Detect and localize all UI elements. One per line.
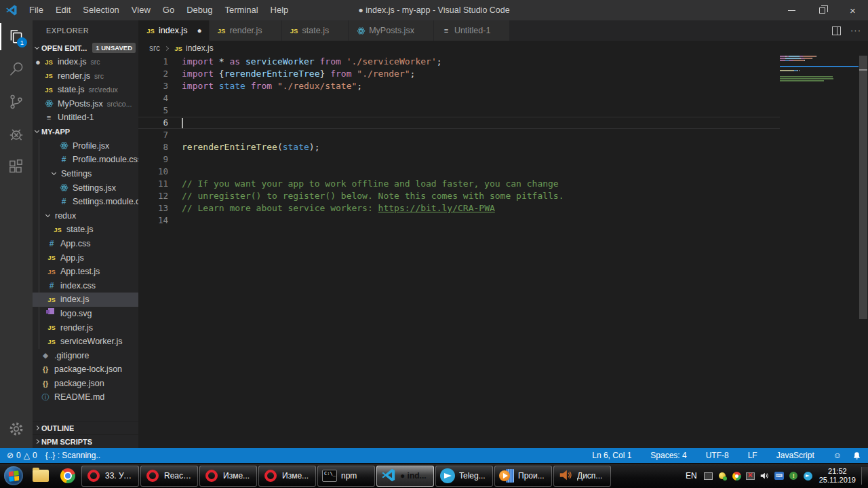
tray-volume-icon[interactable]	[760, 471, 770, 481]
breadcrumb[interactable]: src JS index.js	[138, 41, 868, 56]
menu-terminal[interactable]: Terminal	[218, 0, 264, 20]
folder-section-header[interactable]: MY-APP	[33, 125, 138, 139]
menu-file[interactable]: File	[23, 0, 50, 20]
status-item[interactable]: UTF-8	[706, 451, 729, 460]
tab-myposts-jsx[interactable]: MyPosts.jsx	[349, 20, 434, 41]
breadcrumb-file[interactable]: index.js	[186, 43, 214, 53]
show-desktop-button[interactable]	[861, 467, 868, 485]
tab-modified-dot[interactable]: ●	[197, 26, 201, 35]
settings-gear-icon[interactable]	[0, 413, 33, 445]
tree-file-row[interactable]: ⓘREADME.md	[33, 390, 138, 405]
tree-file-row[interactable]: Settings.jsx	[33, 181, 138, 195]
taskbar-button-opera[interactable]: React ...	[140, 466, 198, 487]
tree-file-row[interactable]: Profile.jsx	[33, 139, 138, 153]
start-button[interactable]	[0, 465, 27, 487]
tree-file-row[interactable]: JSstate.js	[33, 223, 138, 237]
outline-section-header[interactable]: OUTLINE	[33, 421, 138, 434]
css-file-icon: #	[58, 197, 69, 206]
debug-icon[interactable]	[0, 118, 33, 151]
search-icon[interactable]	[0, 53, 33, 86]
taskbar-button-opera[interactable]: Изме...	[258, 466, 316, 487]
tree-file-row[interactable]: JSindex.js	[33, 293, 138, 307]
tree-file-row[interactable]: #Settings.module.c...	[33, 195, 138, 209]
tab-untitled-1[interactable]: ≡Untitled-1	[434, 20, 511, 41]
language-indicator[interactable]: EN	[686, 471, 697, 481]
more-actions-icon[interactable]: ···	[850, 28, 861, 33]
menu-help[interactable]: Help	[264, 0, 295, 20]
menu-view[interactable]: View	[125, 0, 157, 20]
tab-index-js[interactable]: JSindex.js●	[138, 20, 210, 41]
tray-chrome-icon[interactable]	[732, 472, 741, 481]
tree-file-row[interactable]: #Profile.module.css	[33, 153, 138, 167]
open-editor-item[interactable]: JSstate.jssrc\redux	[33, 83, 138, 97]
taskbar-button-opera[interactable]: Изме...	[199, 466, 257, 487]
tree-file-row[interactable]: JSrender.js	[33, 320, 138, 335]
tray-antivirus-icon[interactable]	[719, 472, 726, 479]
feedback-smiley-icon[interactable]: ☺	[833, 451, 842, 460]
problems-indicator[interactable]: ⊘ 0 △ 0	[7, 451, 37, 460]
taskbar-button-cmd[interactable]: C:\_npm	[317, 466, 375, 487]
taskbar-button-vscode[interactable]: ● ind...	[376, 466, 434, 487]
open-editor-item[interactable]: ●JSindex.jssrc	[33, 55, 138, 69]
tree-file-row[interactable]: logo.svg	[33, 307, 138, 321]
tree-file-row[interactable]: {}package.json	[33, 377, 138, 391]
explorer-icon[interactable]: 1	[0, 20, 33, 53]
tab-render-js[interactable]: JSrender.js	[210, 20, 282, 41]
status-item[interactable]: Ln 6, Col 1	[592, 451, 631, 460]
extensions-icon[interactable]	[0, 151, 33, 183]
status-item[interactable]: LF	[748, 451, 757, 460]
tray-keyboard-icon[interactable]: ⌨	[774, 472, 784, 480]
minimap[interactable]	[780, 56, 859, 84]
restore-button[interactable]	[807, 0, 837, 20]
tree-file-row[interactable]: #index.css	[33, 278, 138, 293]
tree-file-row[interactable]: JSApp.js	[33, 250, 138, 265]
minimize-button[interactable]	[776, 0, 807, 20]
split-editor-icon[interactable]	[832, 26, 841, 35]
tree-file-row[interactable]: JSApp.test.js	[33, 265, 138, 279]
editor-scrollbar[interactable]	[859, 56, 868, 448]
source-control-icon[interactable]	[0, 86, 33, 118]
minimap-line	[780, 82, 859, 84]
tray-clock[interactable]: 21:52 25.11.2019	[819, 467, 856, 485]
chrome-pinned[interactable]	[54, 465, 81, 487]
tree-folder-row[interactable]: redux	[33, 208, 138, 223]
tray-telegram-icon[interactable]	[804, 472, 812, 481]
taskbar-button-label: 33. Ур...	[105, 471, 134, 481]
open-editor-item[interactable]: JSrender.jssrc	[33, 69, 138, 83]
tray-monitor-icon[interactable]	[704, 472, 713, 480]
npm-scripts-section-header[interactable]: NPM SCRIPTS	[33, 434, 138, 448]
taskbar-button-speaker[interactable]: Дисп...	[553, 466, 611, 487]
status-item[interactable]: Spaces: 4	[650, 451, 686, 460]
taskbar-button-telegram[interactable]: Teleg...	[435, 466, 493, 487]
tree-folder-row[interactable]: Settings	[33, 167, 138, 181]
tree-file-row[interactable]: {}package-lock.json	[33, 362, 138, 377]
scanning-status[interactable]: {..} : Scanning..	[45, 451, 100, 460]
breadcrumb-folder[interactable]: src	[149, 43, 160, 53]
tray-date: 25.11.2019	[819, 476, 856, 485]
open-editor-item[interactable]: ≡Untitled-1	[33, 111, 138, 125]
menu-debug[interactable]: Debug	[180, 0, 218, 20]
taskbar-button-opera[interactable]: 33. Ур...	[81, 466, 139, 487]
code-editor[interactable]: 1import * as serviceWorker from './servi…	[138, 56, 868, 448]
tree-file-row[interactable]: ◆.gitignore	[33, 348, 138, 362]
menu-edit[interactable]: Edit	[50, 0, 77, 20]
tab-state-js[interactable]: JSstate.js	[282, 20, 349, 41]
close-button[interactable]: ×	[837, 0, 868, 20]
taskbar-button-player[interactable]: Прои...	[494, 466, 552, 487]
react-file-icon	[58, 183, 69, 192]
tray-display-error-icon[interactable]	[746, 472, 755, 480]
menu-selection[interactable]: Selection	[77, 0, 125, 20]
file-explorer-pinned[interactable]	[27, 465, 54, 487]
notifications-bell-icon[interactable]	[852, 451, 861, 460]
js-file-icon: JS	[43, 86, 54, 94]
tray-warning-icon[interactable]: !	[789, 472, 797, 480]
code-token: import	[182, 69, 219, 79]
open-editor-item[interactable]: MyPosts.jsxsrc\co...	[33, 97, 138, 111]
tree-file-row[interactable]: #App.css	[33, 237, 138, 251]
tree-file-row[interactable]: JSserviceWorker.js	[33, 335, 138, 349]
menu-go[interactable]: Go	[157, 0, 180, 20]
status-item[interactable]: JavaScript	[776, 451, 814, 460]
open-editors-header[interactable]: OPEN EDIT... 1 UNSAVED	[33, 41, 138, 55]
scrollbar-slider[interactable]	[859, 56, 867, 319]
js-file-icon: JS	[52, 226, 63, 233]
